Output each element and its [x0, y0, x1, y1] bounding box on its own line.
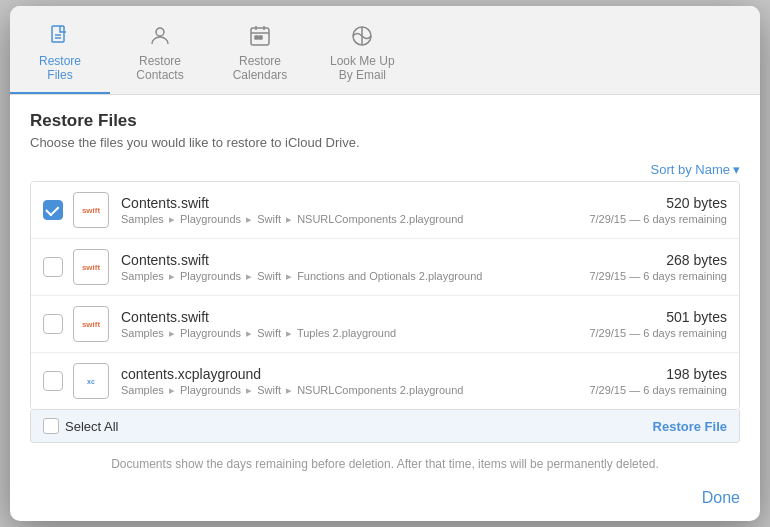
file-date-4: 7/29/15 — 6 days remaining [589, 384, 727, 396]
file-name-1: Contents.swift [121, 195, 569, 211]
file-icon-1: swift [73, 192, 109, 228]
file-name-4: contents.xcplayground [121, 366, 569, 382]
file-meta-2: 268 bytes 7/29/15 — 6 days remaining [589, 252, 727, 282]
file-icon-4: xc [73, 363, 109, 399]
file-path-4: Samples ▸ Playgrounds ▸ Swift ▸ NSURLCom… [121, 384, 569, 397]
file-checkbox-4[interactable] [43, 371, 63, 391]
file-size-2: 268 bytes [589, 252, 727, 268]
restore-file-button[interactable]: Restore File [653, 419, 727, 434]
footer-note: Documents show the days remaining before… [10, 443, 760, 481]
main-content: Restore Files Choose the files you would… [10, 95, 760, 443]
file-meta-3: 501 bytes 7/29/15 — 6 days remaining [589, 309, 727, 339]
file-list: swift Contents.swift Samples ▸ Playgroun… [30, 181, 740, 410]
file-checkbox-3[interactable] [43, 314, 63, 334]
file-size-4: 198 bytes [589, 366, 727, 382]
tab-restore-files[interactable]: RestoreFiles [10, 14, 110, 94]
file-checkbox-1[interactable] [43, 200, 63, 220]
file-size-3: 501 bytes [589, 309, 727, 325]
tab-look-me-up-label: Look Me UpBy Email [330, 54, 395, 82]
tab-restore-files-label: RestoreFiles [39, 54, 81, 82]
page-title: Restore Files [30, 111, 740, 131]
table-row: xc contents.xcplayground Samples ▸ Playg… [31, 353, 739, 409]
file-meta-4: 198 bytes 7/29/15 — 6 days remaining [589, 366, 727, 396]
file-name-3: Contents.swift [121, 309, 569, 325]
done-button[interactable]: Done [702, 489, 740, 507]
select-all-label: Select All [65, 419, 118, 434]
file-details-3: Contents.swift Samples ▸ Playgrounds ▸ S… [121, 309, 569, 340]
file-path-3: Samples ▸ Playgrounds ▸ Swift ▸ Tuples 2… [121, 327, 569, 340]
file-details-2: Contents.swift Samples ▸ Playgrounds ▸ S… [121, 252, 569, 283]
file-date-3: 7/29/15 — 6 days remaining [589, 327, 727, 339]
action-bar: Select All Restore File [30, 410, 740, 443]
file-checkbox-2[interactable] [43, 257, 63, 277]
tab-restore-contacts-label: RestoreContacts [136, 54, 183, 82]
file-name-2: Contents.swift [121, 252, 569, 268]
restore-calendars-icon [246, 22, 274, 50]
table-row: swift Contents.swift Samples ▸ Playgroun… [31, 296, 739, 353]
svg-rect-0 [52, 26, 64, 42]
look-me-up-icon [348, 22, 376, 50]
file-date-2: 7/29/15 — 6 days remaining [589, 270, 727, 282]
tab-restore-contacts[interactable]: RestoreContacts [110, 14, 210, 94]
file-date-1: 7/29/15 — 6 days remaining [589, 213, 727, 225]
page-subtitle: Choose the files you would like to resto… [30, 135, 740, 150]
tab-restore-calendars[interactable]: RestoreCalendars [210, 14, 310, 94]
sort-bar: Sort by Name ▾ [30, 162, 740, 177]
file-size-1: 520 bytes [589, 195, 727, 211]
file-icon-2: swift [73, 249, 109, 285]
file-path-2: Samples ▸ Playgrounds ▸ Swift ▸ Function… [121, 270, 569, 283]
select-all-button[interactable]: Select All [43, 418, 118, 434]
sort-by-name[interactable]: Sort by Name ▾ [651, 162, 740, 177]
restore-contacts-icon [146, 22, 174, 50]
table-row: swift Contents.swift Samples ▸ Playgroun… [31, 182, 739, 239]
file-path-1: Samples ▸ Playgrounds ▸ Swift ▸ NSURLCom… [121, 213, 569, 226]
svg-point-3 [156, 28, 164, 36]
file-icon-3: swift [73, 306, 109, 342]
select-all-checkbox[interactable] [43, 418, 59, 434]
file-details-1: Contents.swift Samples ▸ Playgrounds ▸ S… [121, 195, 569, 226]
restore-files-icon [46, 22, 74, 50]
file-meta-1: 520 bytes 7/29/15 — 6 days remaining [589, 195, 727, 225]
svg-rect-8 [255, 36, 258, 39]
tab-bar: RestoreFiles RestoreContacts [10, 6, 760, 95]
file-details-4: contents.xcplayground Samples ▸ Playgrou… [121, 366, 569, 397]
tab-restore-calendars-label: RestoreCalendars [233, 54, 288, 82]
svg-rect-9 [259, 36, 262, 39]
modal: RestoreFiles RestoreContacts [10, 6, 760, 521]
bottom-bar: Done [10, 481, 760, 521]
table-row: swift Contents.swift Samples ▸ Playgroun… [31, 239, 739, 296]
tab-look-me-up[interactable]: Look Me UpBy Email [310, 14, 415, 94]
